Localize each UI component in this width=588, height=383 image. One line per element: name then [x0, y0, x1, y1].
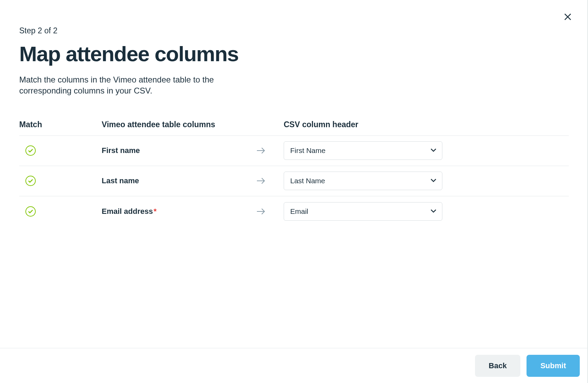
arrow-cell	[256, 207, 284, 216]
csv-select-value: Email	[284, 202, 442, 221]
match-cell	[19, 176, 102, 186]
table-row: Email address* Email	[19, 196, 569, 227]
main-content: Step 2 of 2 Map attendee columns Match t…	[0, 0, 588, 240]
page-description: Match the columns in the Vimeo attendee …	[19, 74, 267, 97]
close-icon	[563, 12, 572, 21]
table-row: Last name Last Name	[19, 166, 569, 196]
footer: Back Submit	[0, 348, 588, 383]
submit-button[interactable]: Submit	[527, 355, 580, 377]
table-row: First name First Name	[19, 136, 569, 166]
vimeo-column-text: Email address	[102, 207, 153, 216]
arrow-cell	[256, 146, 284, 155]
arrow-cell	[256, 177, 284, 185]
csv-select[interactable]: Email	[284, 202, 442, 221]
check-circle-icon	[25, 145, 36, 156]
vimeo-column-label: Email address*	[102, 207, 256, 216]
arrow-right-icon	[256, 207, 266, 216]
column-header-match: Match	[19, 120, 102, 129]
arrow-right-icon	[256, 146, 266, 155]
column-header-vimeo: Vimeo attendee table columns	[102, 120, 284, 129]
match-cell	[19, 145, 102, 156]
vimeo-column-label: First name	[102, 146, 256, 155]
vimeo-column-text: Last name	[102, 176, 139, 185]
table-header: Match Vimeo attendee table columns CSV c…	[19, 120, 569, 136]
vimeo-column-label: Last name	[102, 176, 256, 185]
csv-select[interactable]: Last Name	[284, 172, 442, 190]
close-button[interactable]	[561, 10, 575, 25]
csv-cell: Email	[284, 202, 569, 221]
check-circle-icon	[25, 206, 36, 217]
vimeo-column-text: First name	[102, 146, 140, 155]
csv-select[interactable]: First Name	[284, 141, 442, 160]
arrow-right-icon	[256, 177, 266, 185]
csv-cell: First Name	[284, 141, 569, 160]
column-header-csv: CSV column header	[284, 120, 569, 129]
back-button[interactable]: Back	[475, 355, 521, 377]
step-indicator: Step 2 of 2	[19, 26, 569, 35]
check-circle-icon	[25, 176, 36, 186]
csv-select-value: First Name	[284, 141, 442, 160]
required-asterisk: *	[154, 207, 157, 216]
csv-select-value: Last Name	[284, 172, 442, 190]
csv-cell: Last Name	[284, 172, 569, 190]
match-cell	[19, 206, 102, 217]
page-title: Map attendee columns	[19, 42, 569, 66]
